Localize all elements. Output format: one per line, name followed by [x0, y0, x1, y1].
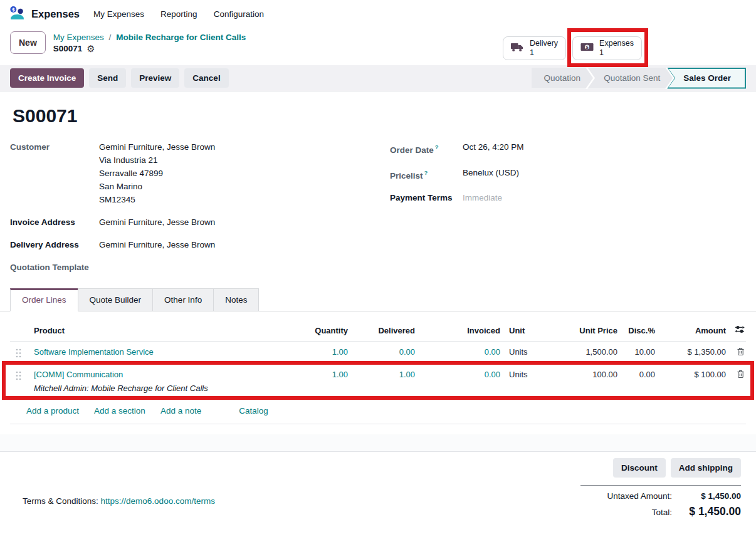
expenses-app-icon[interactable]: $: [9, 6, 25, 22]
product-link[interactable]: Software Implementation Service: [34, 347, 154, 357]
totals-summary: Untaxed Amount: $ 1,450.00 Total: $ 1,45…: [580, 485, 741, 523]
terms-and-conditions: Terms & Conditions: https://demo6.odoo.c…: [23, 496, 215, 506]
col-unit-price[interactable]: Unit Price: [561, 326, 617, 335]
invoice-address-label: Invoice Address: [10, 216, 99, 229]
stat-buttons: Delivery 1 $ Expenses 1: [503, 36, 642, 60]
drag-handle-icon[interactable]: [10, 370, 26, 380]
cell-amount: $ 100.00: [655, 370, 726, 379]
preview-button[interactable]: Preview: [131, 68, 179, 88]
order-lines-table: Product Quantity Delivered Invoiced Unit…: [0, 311, 756, 523]
cell-invoiced[interactable]: 0.00: [415, 347, 500, 357]
notebook-tabs: Order Lines Quote Builder Other Info Not…: [0, 288, 756, 311]
breadcrumb-current: Mobile Recharge for Client Calls: [116, 33, 246, 42]
create-invoice-button[interactable]: Create Invoice: [10, 68, 84, 88]
cell-disc[interactable]: 0.00: [617, 370, 655, 379]
cell-unit[interactable]: Units: [500, 370, 561, 379]
quotation-template-label: Quotation Template: [10, 261, 99, 274]
tab-order-lines[interactable]: Order Lines: [10, 288, 78, 311]
delivery-stat-count: 1: [530, 48, 558, 58]
app-name[interactable]: Expenses: [31, 8, 80, 20]
statusbar-row: Create Invoice Send Preview Cancel Quota…: [0, 65, 756, 91]
untaxed-amount-value: $ 1,450.00: [681, 491, 741, 501]
customer-address-line: SM12345: [99, 193, 215, 206]
help-icon: ?: [435, 144, 439, 150]
breadcrumb-parent[interactable]: My Expenses: [53, 33, 104, 42]
cell-delivered[interactable]: 0.00: [348, 347, 415, 357]
terms-link[interactable]: https://demo6.odoo.com/terms: [101, 496, 215, 506]
notes-empty-band: [0, 434, 756, 452]
pricelist-value[interactable]: Benelux (USD): [463, 166, 519, 182]
col-delivered[interactable]: Delivered: [348, 326, 415, 335]
trash-icon[interactable]: [737, 370, 745, 379]
cell-quantity[interactable]: 1.00: [285, 370, 348, 379]
invoice-address-value[interactable]: Gemini Furniture, Jesse Brown: [99, 216, 215, 229]
product-link[interactable]: [COMM] Communication: [34, 370, 123, 379]
cell-disc[interactable]: 10.00: [617, 347, 655, 357]
cell-unit-price[interactable]: 1,500.00: [561, 347, 617, 357]
menu-reporting[interactable]: Reporting: [160, 9, 197, 19]
payment-terms-value[interactable]: Immediate: [463, 191, 502, 204]
status-steps: Quotation Quotation Sent Sales Order: [532, 68, 746, 89]
table-row-expense[interactable]: [COMM] Communication Mitchell Admin: Mob…: [10, 364, 746, 399]
col-amount[interactable]: Amount: [655, 326, 726, 335]
col-quantity[interactable]: Quantity: [285, 326, 348, 335]
delivery-address-value[interactable]: Gemini Furniture, Jesse Brown: [99, 238, 215, 251]
add-product-link[interactable]: Add a product: [26, 406, 79, 416]
order-title: S00071: [13, 105, 746, 127]
cell-invoiced[interactable]: 0.00: [415, 370, 500, 379]
total-label: Total:: [652, 508, 672, 517]
add-shipping-button[interactable]: Add shipping: [671, 458, 741, 478]
col-product[interactable]: Product: [26, 326, 285, 335]
tab-quote-builder[interactable]: Quote Builder: [78, 288, 154, 311]
order-date-label: Order Date?: [390, 140, 463, 157]
col-invoiced[interactable]: Invoiced: [415, 326, 500, 335]
svg-text:$: $: [585, 44, 589, 50]
cancel-button[interactable]: Cancel: [184, 68, 228, 88]
discount-button[interactable]: Discount: [613, 458, 666, 478]
catalog-link[interactable]: Catalog: [239, 406, 268, 416]
customer-link[interactable]: Gemini Furniture, Jesse Brown: [99, 140, 215, 154]
expenses-stat-button[interactable]: $ Expenses 1: [572, 36, 642, 60]
tab-notes[interactable]: Notes: [213, 288, 259, 311]
order-date-value[interactable]: Oct 26, 4:20 PM: [463, 140, 524, 157]
col-unit[interactable]: Unit: [500, 326, 561, 335]
line-add-links: Add a product Add a section Add a note C…: [10, 399, 746, 424]
expenses-stat-count: 1: [599, 48, 634, 58]
terms-label: Terms & Conditions:: [23, 496, 98, 506]
drag-handle-icon[interactable]: [10, 347, 26, 358]
delivery-stat-button[interactable]: Delivery 1: [503, 36, 566, 60]
breadcrumb-separator: /: [109, 33, 112, 42]
send-button[interactable]: Send: [89, 68, 126, 88]
trash-icon[interactable]: [737, 347, 745, 356]
cell-unit[interactable]: Units: [500, 347, 561, 357]
menu-my-expenses[interactable]: My Expenses: [93, 9, 144, 19]
delivery-stat-label: Delivery: [530, 39, 558, 48]
untaxed-amount-label: Untaxed Amount:: [607, 491, 672, 501]
breadcrumb: My Expenses / Mobile Recharge for Client…: [53, 31, 246, 53]
optional-columns-icon[interactable]: [735, 325, 745, 335]
step-quotation-sent[interactable]: Quotation Sent: [587, 68, 673, 89]
cell-unit-price[interactable]: 100.00: [561, 370, 617, 379]
table-row[interactable]: Software Implementation Service 1.00 0.0…: [10, 342, 746, 364]
tab-other-info[interactable]: Other Info: [152, 288, 214, 311]
expenses-stat-label: Expenses: [599, 39, 634, 48]
step-sales-order[interactable]: Sales Order: [667, 68, 746, 89]
help-icon: ?: [424, 169, 428, 176]
line-description: Mitchell Admin: Mobile Recharge for Clie…: [34, 384, 285, 393]
gear-icon[interactable]: ⚙: [87, 44, 95, 53]
top-navbar: $ Expenses My Expenses Reporting Configu…: [0, 0, 756, 28]
truck-icon: [511, 43, 524, 55]
total-value: $ 1,450.00: [681, 505, 741, 518]
customer-address-line: San Marino: [99, 180, 215, 193]
cell-quantity[interactable]: 1.00: [285, 347, 348, 357]
add-note-link[interactable]: Add a note: [160, 406, 201, 416]
cell-delivered[interactable]: 1.00: [348, 370, 415, 379]
new-button[interactable]: New: [10, 31, 46, 54]
record-reference: S00071: [53, 44, 83, 53]
customer-label: Customer: [10, 140, 99, 206]
col-disc[interactable]: Disc.%: [617, 326, 655, 335]
step-quotation[interactable]: Quotation: [532, 68, 594, 89]
menu-configuration[interactable]: Configuration: [214, 9, 264, 19]
add-section-link[interactable]: Add a section: [94, 406, 145, 416]
form-sheet: S00071 Customer Gemini Furniture, Jesse …: [0, 91, 756, 283]
